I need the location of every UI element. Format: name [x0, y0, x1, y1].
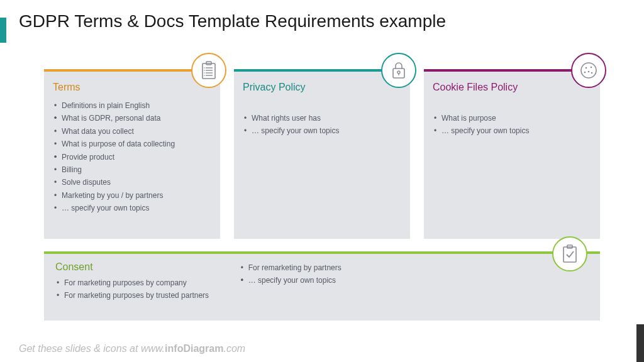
- svg-point-14: [586, 67, 587, 69]
- list-item: … specify your own topics: [433, 124, 591, 137]
- list-item: … specify your own topics: [53, 202, 211, 214]
- list-item: … specify your own topics: [240, 274, 405, 287]
- list-item: What is GDPR, personal data: [53, 112, 211, 124]
- card-privacy: Privacy Policy What rights user has … sp…: [234, 69, 410, 239]
- clipboard-check-icon: [552, 236, 587, 272]
- lock-icon: [381, 53, 416, 88]
- svg-point-13: [581, 63, 596, 78]
- footer-brand: infoDiagram: [165, 343, 223, 354]
- footer-suffix: .com: [223, 343, 245, 354]
- svg-point-16: [588, 71, 590, 73]
- accent-bar: [0, 18, 6, 43]
- list-item: Solve disputes: [53, 176, 211, 189]
- svg-point-11: [397, 71, 400, 74]
- card-privacy-list: What rights user has … specify your own …: [243, 112, 401, 138]
- list-item: What is purpose: [433, 112, 591, 124]
- consent-col1-list: For marketing purposes by company For ma…: [55, 277, 221, 302]
- svg-point-6: [204, 67, 205, 69]
- list-item: Marketing by you / by partners: [53, 189, 211, 202]
- svg-point-7: [204, 70, 205, 71]
- card-cookie-list: What is purpose … specify your own topic…: [433, 112, 591, 138]
- svg-point-15: [591, 67, 592, 69]
- clipboard-list-icon: [191, 53, 226, 88]
- list-item: What data you collect: [53, 125, 211, 138]
- cards-row: Terms Definitions in plain English What …: [44, 69, 600, 239]
- card-privacy-title: Privacy Policy: [243, 82, 401, 93]
- list-item: Billing: [53, 163, 211, 176]
- svg-point-9: [204, 75, 205, 76]
- list-item: What rights user has: [243, 112, 401, 124]
- card-terms: Terms Definitions in plain English What …: [44, 69, 220, 239]
- card-terms-list: Definitions in plain English What is GDP…: [53, 99, 211, 215]
- card-terms-title: Terms: [53, 82, 211, 93]
- footer: Get these slides & icons at www.infoDiag…: [19, 343, 245, 354]
- consent-columns: For marketing purposes by company For ma…: [55, 277, 589, 302]
- card-cookie: Cookie Files Policy What is purpose … sp…: [424, 69, 600, 239]
- svg-point-8: [204, 72, 205, 74]
- list-item: For marketing purposes by trusted partne…: [55, 289, 221, 302]
- svg-rect-0: [203, 63, 215, 79]
- card-consent: Consent For marketing purposes by compan…: [44, 251, 600, 321]
- list-item: What is purpose of data collecting: [53, 138, 211, 150]
- svg-point-17: [591, 72, 593, 74]
- side-block: [636, 324, 644, 362]
- list-item: … specify your own topics: [243, 124, 401, 137]
- list-item: For marketing purposes by company: [55, 277, 221, 289]
- list-item: Provide product: [53, 151, 211, 163]
- list-item: For remarketing by partners: [240, 261, 405, 274]
- footer-prefix: Get these slides & icons at www.: [19, 343, 165, 354]
- page-title: GDPR Terms & Docs Template Requirements …: [19, 11, 446, 31]
- svg-rect-19: [564, 247, 576, 262]
- consent-col2-list: For remarketing by partners … specify yo…: [240, 261, 405, 287]
- cookie-icon: [571, 53, 606, 88]
- card-cookie-title: Cookie Files Policy: [433, 82, 591, 93]
- list-item: Definitions in plain English: [53, 99, 211, 112]
- svg-point-18: [584, 72, 586, 74]
